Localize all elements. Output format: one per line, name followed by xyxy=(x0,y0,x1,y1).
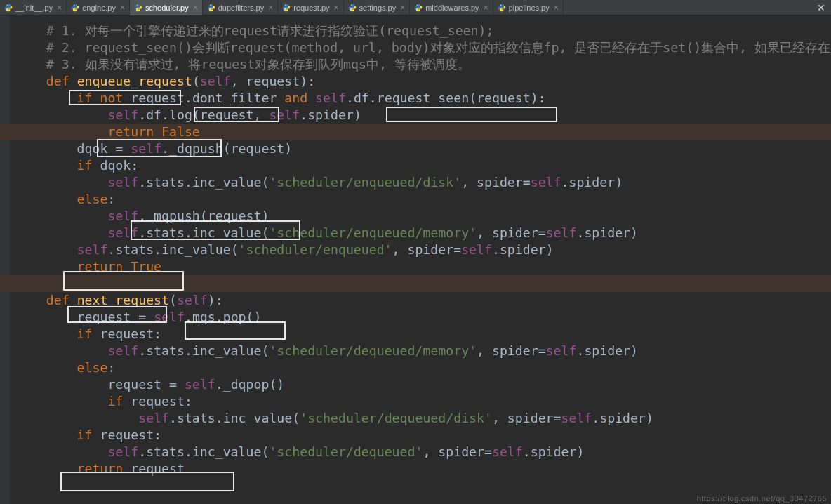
svg-point-2 xyxy=(74,4,74,5)
python-icon xyxy=(134,4,142,12)
close-icon[interactable]: × xyxy=(268,4,273,12)
comment-line: # 1. 对每一个引擎传递过来的request请求进行指纹验证(request_… xyxy=(15,23,493,38)
svg-point-1 xyxy=(9,10,10,11)
tab-label: middlewares.py xyxy=(425,4,479,12)
python-icon xyxy=(4,4,13,12)
tab-pipelines[interactable]: pipelines.py× xyxy=(493,0,564,15)
tab-scheduler[interactable]: scheduler.py× xyxy=(130,0,203,15)
tab-label: __init__.py xyxy=(15,4,53,12)
tab-label: scheduler.py xyxy=(145,4,189,12)
tab-label: request.py xyxy=(293,4,329,12)
python-icon xyxy=(348,4,357,12)
python-icon xyxy=(71,4,79,12)
source-code[interactable]: # 1. 对每一个引擎传递过来的request请求进行指纹验证(request_… xyxy=(15,22,831,477)
svg-point-6 xyxy=(210,4,211,5)
svg-point-5 xyxy=(139,10,140,11)
close-icon[interactable]: × xyxy=(554,4,559,12)
tab-label: dupefilters.py xyxy=(218,4,264,12)
svg-point-9 xyxy=(287,10,288,11)
close-icon[interactable]: × xyxy=(57,4,62,12)
svg-point-7 xyxy=(212,10,213,11)
gutter xyxy=(0,15,10,504)
tab-label: pipelines.py xyxy=(509,4,550,12)
svg-point-4 xyxy=(137,4,138,5)
close-icon[interactable]: × xyxy=(120,4,125,12)
python-icon xyxy=(207,4,215,12)
watermark: https://blog.csdn.net/qq_33472765 xyxy=(697,494,827,503)
svg-point-12 xyxy=(417,4,418,5)
tab-label: settings.py xyxy=(359,4,397,12)
comment-line: # 3. 如果没有请求过, 将request对象保存到队列mqs中, 等待被调度… xyxy=(15,57,470,72)
tab-bar: __init__.py× engine.py× scheduler.py× du… xyxy=(0,0,831,15)
python-icon xyxy=(282,4,291,12)
python-icon xyxy=(498,4,506,12)
svg-point-15 xyxy=(503,10,503,11)
close-icon[interactable]: × xyxy=(400,4,405,12)
close-icon[interactable]: × xyxy=(193,4,198,12)
tab-request[interactable]: request.py× xyxy=(278,0,343,15)
code-editor[interactable]: # 1. 对每一个引擎传递过来的request请求进行指纹验证(request_… xyxy=(0,15,831,504)
tab-init[interactable]: __init__.py× xyxy=(0,0,67,15)
comment-line: # 2. request_seen()会判断request(method, ur… xyxy=(15,40,831,55)
svg-point-3 xyxy=(76,10,77,11)
svg-point-14 xyxy=(500,4,501,5)
svg-point-10 xyxy=(350,4,351,5)
close-icon[interactable]: × xyxy=(484,4,488,12)
tab-dupefilters[interactable]: dupefilters.py× xyxy=(203,0,278,15)
tab-middlewares[interactable]: middlewares.py× xyxy=(410,0,493,15)
tab-engine[interactable]: engine.py× xyxy=(67,0,130,15)
python-icon xyxy=(414,4,423,12)
close-icon[interactable]: × xyxy=(334,4,339,12)
svg-point-8 xyxy=(285,4,286,5)
svg-point-13 xyxy=(419,10,420,11)
svg-point-0 xyxy=(7,4,8,5)
tab-label: engine.py xyxy=(82,4,116,12)
tab-settings[interactable]: settings.py× xyxy=(344,0,411,15)
panel-close-icon[interactable]: ✕ xyxy=(811,2,831,13)
svg-point-11 xyxy=(352,10,353,11)
